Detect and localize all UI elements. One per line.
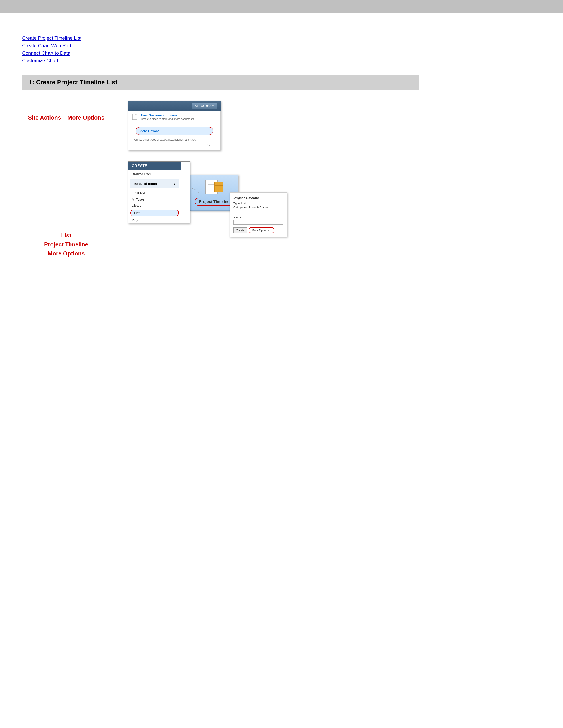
- screenshot-create: CREATE Browse From: Installed Items Filt…: [128, 161, 190, 223]
- page-item[interactable]: Page: [128, 217, 181, 223]
- create-left-panel: CREATE Browse From: Installed Items Filt…: [128, 162, 181, 223]
- top-bar: [0, 0, 563, 13]
- installed-items-btn[interactable]: Installed Items: [130, 179, 179, 188]
- more-options-title: Project Timeline: [233, 196, 283, 200]
- name-input[interactable]: [233, 220, 283, 225]
- more-options-buttons: Create More Options...: [233, 227, 283, 233]
- filter-by-label: Filter By:: [128, 189, 181, 196]
- browse-from-label: Browse From:: [128, 170, 181, 178]
- new-document-library-item: New Document Library Create a place to s…: [128, 111, 220, 124]
- document-icon: [132, 114, 138, 121]
- section1-header: 1: Create Project Timeline List: [22, 75, 420, 90]
- toc-section: Create Project Timeline List Create Char…: [22, 35, 541, 64]
- cursor-icon: ☞: [134, 141, 214, 148]
- more-options-type: Type: List: [233, 202, 283, 205]
- section1-title: 1: Create Project Timeline List: [29, 79, 117, 86]
- create-header: CREATE: [128, 162, 181, 170]
- more-options-label-text: More Options: [22, 250, 110, 257]
- icon-table: [214, 182, 223, 192]
- section2-left-labels: List Project Timeline More Options: [22, 228, 110, 259]
- project-timeline-label-text: Project Timeline: [22, 241, 110, 248]
- dropdown-menu: New Document Library Create a place to s…: [128, 111, 220, 150]
- more-options-desc: Create other types of pages, lists, libr…: [134, 138, 214, 141]
- toc-link-customize[interactable]: Customize Chart: [22, 58, 541, 64]
- more-options-panel: Project Timeline Type: List Categories: …: [229, 192, 287, 237]
- timeline-icon-container: [195, 180, 233, 195]
- library-item[interactable]: Library: [128, 203, 181, 209]
- list-item-highlighted[interactable]: List: [130, 210, 179, 216]
- more-options-categories: Categories: Blank & Custom: [233, 206, 283, 209]
- name-label: Name: [233, 216, 283, 219]
- list-label: List: [22, 232, 110, 239]
- toc-link-create-project[interactable]: Create Project Timeline List: [22, 35, 541, 41]
- toc-link-create-chart[interactable]: Create Chart Web Part: [22, 43, 541, 49]
- new-doc-library-desc: Create a place to store and share docume…: [141, 118, 194, 121]
- project-timeline-label[interactable]: Project Timeline: [195, 198, 233, 206]
- timeline-icon-img: [205, 180, 223, 195]
- screenshot-site-actions: Site Actions: [128, 101, 221, 150]
- all-types-item[interactable]: All Types: [128, 196, 181, 203]
- site-actions-label: Site Actions More Options: [22, 114, 110, 121]
- more-options-item: More Options... Create other types of pa…: [128, 124, 220, 150]
- more-options-highlighted[interactable]: More Options...: [135, 127, 213, 135]
- site-actions-bar: Site Actions: [128, 101, 220, 111]
- toc-link-connect-chart[interactable]: Connect Chart to Data: [22, 50, 541, 56]
- more-options-desc-area: Create other types of pages, lists, libr…: [132, 137, 217, 150]
- more-options-button[interactable]: More Options...: [248, 227, 274, 233]
- create-button[interactable]: Create: [233, 227, 247, 233]
- create-section-container: CREATE Browse From: Installed Items Filt…: [128, 161, 294, 276]
- new-doc-library-title[interactable]: New Document Library: [141, 113, 194, 117]
- site-actions-button[interactable]: Site Actions: [192, 103, 217, 109]
